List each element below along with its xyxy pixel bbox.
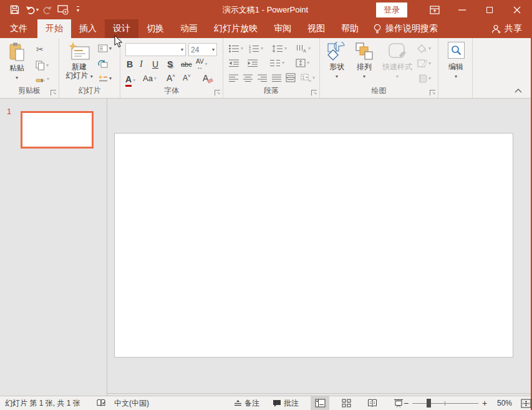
maximize-button[interactable] — [476, 0, 503, 19]
grow-font-button[interactable]: A˄ — [167, 73, 175, 83]
character-spacing-button[interactable]: AV↔ ▾ — [196, 59, 208, 70]
clear-formatting-button[interactable]: A — [203, 73, 208, 83]
zoom-out-button[interactable]: − — [402, 398, 410, 408]
minimize-icon — [458, 9, 466, 11]
tab-animations[interactable]: 动画 — [172, 19, 206, 38]
justify-button[interactable] — [271, 74, 282, 82]
comments-button[interactable]: 批注 — [273, 396, 299, 410]
tab-design[interactable]: 设计 — [105, 19, 138, 38]
fit-slide-to-window-button[interactable] — [521, 399, 531, 408]
change-case-button[interactable]: Aa ▾ — [143, 74, 157, 83]
cut-icon: ✂ — [36, 44, 44, 54]
notes-splitter[interactable] — [107, 393, 531, 394]
text-shadow-button[interactable]: S — [167, 59, 173, 69]
share-button[interactable]: 共享 — [491, 19, 522, 38]
zoom-slider-thumb[interactable] — [427, 399, 431, 408]
align-right-button[interactable] — [257, 74, 268, 82]
start-from-beginning-button[interactable] — [55, 2, 71, 18]
layout-button[interactable]: ▾ — [98, 44, 112, 52]
group-editing: 编辑 ▾ — [438, 38, 473, 98]
increase-indent-button[interactable] — [247, 59, 258, 67]
font-color-button[interactable]: A ▾ — [125, 74, 135, 87]
convert-to-smartart-button[interactable]: ▾ — [301, 73, 315, 82]
new-slide-button[interactable]: 新建 幻灯片 ▾ — [64, 42, 94, 80]
italic-button[interactable]: I — [140, 59, 143, 69]
login-button[interactable]: 登录 — [376, 2, 407, 17]
shape-effects-button[interactable]: ▾ — [417, 74, 431, 83]
section-button[interactable]: ▾ — [98, 74, 112, 83]
font-name-combobox[interactable]: ▾ — [125, 43, 186, 56]
distribute-button[interactable] — [286, 73, 296, 82]
notes-button[interactable]: 备注 — [234, 396, 259, 410]
tab-help[interactable]: 帮助 — [333, 19, 367, 38]
shrink-font-button[interactable]: A˅ — [183, 73, 191, 82]
clipboard-dialog-launcher[interactable]: ↘ — [51, 90, 56, 95]
bold-button[interactable]: B — [127, 59, 133, 69]
slide-sorter-view-button[interactable] — [337, 396, 355, 410]
tab-home[interactable]: 开始 — [37, 19, 71, 38]
ribbon-display-options-button[interactable] — [421, 0, 448, 19]
tab-review[interactable]: 审阅 — [266, 19, 299, 38]
align-text-button[interactable]: ▾ — [296, 59, 309, 67]
paste-button[interactable]: 粘贴 ▾ — [4, 42, 30, 81]
shape-outline-button[interactable]: ▾ — [417, 59, 431, 68]
shapes-button[interactable]: 形状 ▾ — [325, 42, 349, 80]
cut-button[interactable]: ✂ — [36, 44, 44, 54]
tab-view[interactable]: 视图 — [299, 19, 333, 38]
zoom-slider[interactable] — [412, 396, 478, 410]
group-drawing: 形状 ▾ 排列 ▾ 快速样式 ▾ ▾ — [320, 38, 438, 98]
customize-qat-button[interactable]: ▾ — [71, 2, 87, 18]
zoom-in-button[interactable]: + — [481, 398, 488, 408]
smartart-caret: ▾ — [312, 76, 315, 81]
copy-button[interactable]: ▾ — [36, 61, 49, 71]
text-direction-button[interactable]: A ▾ — [296, 44, 311, 53]
drawing-dialog-launcher[interactable]: ↘ — [430, 90, 435, 95]
quick-styles-button[interactable]: 快速样式 ▾ — [380, 42, 415, 80]
zoom-level[interactable]: 50% — [491, 399, 512, 408]
tab-slideshow[interactable]: 幻灯片放映 — [206, 19, 266, 38]
shape-fill-button[interactable]: ▾ — [417, 44, 431, 53]
bullets-button[interactable]: ▾ — [228, 44, 243, 53]
bullets-caret: ▾ — [241, 46, 243, 51]
section-icon — [98, 74, 108, 83]
spellcheck-button[interactable] — [97, 396, 107, 410]
editing-label: 编辑 — [443, 62, 468, 71]
font-size-combobox[interactable]: 24 ▾ — [188, 43, 217, 56]
format-painter-button[interactable]: ▾ — [36, 74, 49, 84]
numbering-button[interactable]: 123 ▾ — [248, 44, 263, 53]
language-indicator[interactable]: 中文(中国) — [114, 396, 149, 410]
align-left-button[interactable] — [228, 74, 239, 82]
underline-button[interactable]: U — [152, 59, 158, 69]
close-button[interactable] — [503, 0, 531, 19]
strikethrough-button[interactable]: abc — [181, 61, 192, 68]
slide-indicator[interactable]: 幻灯片 第 1 张, 共 1 张 — [5, 396, 80, 410]
text-direction-icon: A — [296, 44, 307, 53]
reading-view-button[interactable] — [363, 396, 382, 410]
arrange-button[interactable]: 排列 ▾ — [352, 42, 376, 80]
tab-transitions[interactable]: 切换 — [138, 19, 172, 38]
tab-insert[interactable]: 插入 — [71, 19, 105, 38]
font-dialog-launcher[interactable]: ↘ — [215, 90, 220, 95]
clipboard-group-label: 剪贴板 — [0, 85, 59, 96]
slide-thumbnail[interactable] — [21, 111, 94, 149]
collapse-ribbon-button[interactable] — [515, 89, 522, 93]
slide-thumbnail-panel[interactable]: 1 — [0, 99, 107, 396]
minimize-button[interactable] — [448, 0, 476, 19]
save-button[interactable] — [6, 2, 22, 18]
align-center-button[interactable] — [243, 74, 253, 82]
redo-icon — [42, 5, 52, 14]
tab-file[interactable]: 文件 — [0, 19, 37, 38]
change-case-caret: ▾ — [154, 76, 157, 81]
editing-button[interactable]: 编辑 ▾ — [443, 42, 468, 80]
line-spacing-button[interactable]: ▾ — [272, 44, 287, 53]
normal-view-button[interactable] — [311, 396, 329, 410]
slide-canvas[interactable] — [114, 133, 513, 358]
copy-icon — [36, 61, 45, 71]
reset-button[interactable] — [98, 59, 108, 69]
columns-button[interactable]: ▾ — [269, 59, 284, 67]
decrease-indent-button[interactable] — [228, 59, 239, 67]
tell-me-search[interactable]: 操作说明搜索 — [367, 19, 444, 38]
notes-icon — [234, 399, 242, 407]
redo-button[interactable] — [39, 2, 55, 18]
paragraph-dialog-launcher[interactable]: ↘ — [311, 90, 317, 95]
